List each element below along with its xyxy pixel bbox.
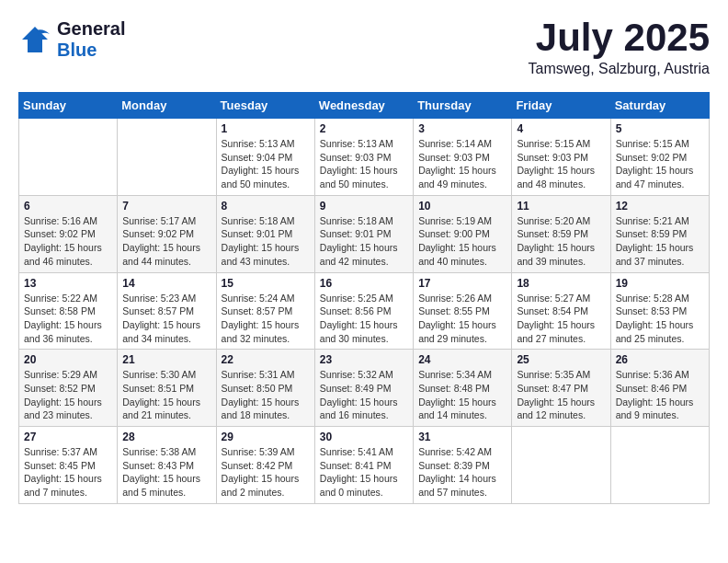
page-header: General Blue July 2025 Tamsweg, Salzburg… <box>18 18 710 77</box>
day-content: Sunrise: 5:26 AM Sunset: 8:55 PM Dayligh… <box>418 292 506 346</box>
calendar-table: SundayMondayTuesdayWednesdayThursdayFrid… <box>18 92 710 504</box>
weekday-header: Sunday <box>19 93 118 119</box>
calendar-cell: 6Sunrise: 5:16 AM Sunset: 9:02 PM Daylig… <box>19 195 118 272</box>
calendar-cell: 14Sunrise: 5:23 AM Sunset: 8:57 PM Dayli… <box>118 272 216 350</box>
calendar-cell: 17Sunrise: 5:26 AM Sunset: 8:55 PM Dayli… <box>414 272 512 350</box>
calendar-cell: 7Sunrise: 5:17 AM Sunset: 9:02 PM Daylig… <box>118 195 216 272</box>
calendar-week-row: 20Sunrise: 5:29 AM Sunset: 8:52 PM Dayli… <box>19 350 710 427</box>
calendar-cell <box>610 427 709 504</box>
day-number: 29 <box>222 431 310 443</box>
calendar-cell: 11Sunrise: 5:20 AM Sunset: 8:59 PM Dayli… <box>512 195 610 272</box>
day-number: 12 <box>616 200 704 213</box>
title-block: July 2025 Tamsweg, Salzburg, Austria <box>529 18 710 77</box>
day-number: 8 <box>222 200 310 213</box>
calendar-cell: 20Sunrise: 5:29 AM Sunset: 8:52 PM Dayli… <box>19 350 118 427</box>
day-content: Sunrise: 5:42 AM Sunset: 8:39 PM Dayligh… <box>418 445 506 500</box>
day-content: Sunrise: 5:23 AM Sunset: 8:57 PM Dayligh… <box>122 292 210 346</box>
calendar-cell: 4Sunrise: 5:15 AM Sunset: 9:03 PM Daylig… <box>512 119 610 196</box>
logo-icon <box>18 23 51 56</box>
day-content: Sunrise: 5:20 AM Sunset: 8:59 PM Dayligh… <box>517 214 605 269</box>
calendar-week-row: 1Sunrise: 5:13 AM Sunset: 9:04 PM Daylig… <box>19 119 710 196</box>
calendar-week-row: 27Sunrise: 5:37 AM Sunset: 8:45 PM Dayli… <box>19 427 710 504</box>
day-content: Sunrise: 5:25 AM Sunset: 8:56 PM Dayligh… <box>320 292 408 346</box>
calendar-cell: 22Sunrise: 5:31 AM Sunset: 8:50 PM Dayli… <box>216 350 314 427</box>
day-content: Sunrise: 5:31 AM Sunset: 8:50 PM Dayligh… <box>222 368 310 422</box>
day-content: Sunrise: 5:21 AM Sunset: 8:59 PM Dayligh… <box>616 214 704 269</box>
day-content: Sunrise: 5:16 AM Sunset: 9:02 PM Dayligh… <box>24 214 112 269</box>
day-number: 17 <box>418 277 506 290</box>
calendar-cell: 29Sunrise: 5:39 AM Sunset: 8:42 PM Dayli… <box>216 427 314 504</box>
day-number: 15 <box>222 277 310 290</box>
day-content: Sunrise: 5:35 AM Sunset: 8:47 PM Dayligh… <box>517 368 605 422</box>
day-number: 28 <box>122 431 210 443</box>
calendar-cell <box>19 119 118 196</box>
day-number: 4 <box>517 122 605 135</box>
day-number: 26 <box>616 353 704 366</box>
calendar-cell: 19Sunrise: 5:28 AM Sunset: 8:53 PM Dayli… <box>610 272 709 350</box>
day-content: Sunrise: 5:34 AM Sunset: 8:48 PM Dayligh… <box>418 368 506 422</box>
calendar-cell: 21Sunrise: 5:30 AM Sunset: 8:51 PM Dayli… <box>118 350 216 427</box>
day-content: Sunrise: 5:29 AM Sunset: 8:52 PM Dayligh… <box>24 368 112 422</box>
calendar-cell: 1Sunrise: 5:13 AM Sunset: 9:04 PM Daylig… <box>216 119 314 196</box>
day-content: Sunrise: 5:27 AM Sunset: 8:54 PM Dayligh… <box>517 292 605 346</box>
day-number: 10 <box>418 200 506 213</box>
calendar-cell: 15Sunrise: 5:24 AM Sunset: 8:57 PM Dayli… <box>216 272 314 350</box>
day-content: Sunrise: 5:36 AM Sunset: 8:46 PM Dayligh… <box>616 368 704 422</box>
day-content: Sunrise: 5:24 AM Sunset: 8:57 PM Dayligh… <box>222 292 310 346</box>
day-content: Sunrise: 5:18 AM Sunset: 9:01 PM Dayligh… <box>222 214 310 269</box>
day-content: Sunrise: 5:13 AM Sunset: 9:04 PM Dayligh… <box>222 137 310 191</box>
logo: General Blue <box>18 18 125 61</box>
weekday-header: Friday <box>512 93 610 119</box>
day-number: 14 <box>122 277 210 290</box>
calendar-cell <box>118 119 216 196</box>
day-number: 1 <box>222 122 310 135</box>
calendar-cell: 28Sunrise: 5:38 AM Sunset: 8:43 PM Dayli… <box>118 427 216 504</box>
day-number: 3 <box>418 122 506 135</box>
day-content: Sunrise: 5:22 AM Sunset: 8:58 PM Dayligh… <box>24 292 112 346</box>
day-number: 22 <box>222 353 310 366</box>
day-number: 27 <box>24 431 112 443</box>
calendar-week-row: 6Sunrise: 5:16 AM Sunset: 9:02 PM Daylig… <box>19 195 710 272</box>
day-content: Sunrise: 5:15 AM Sunset: 9:02 PM Dayligh… <box>616 137 704 191</box>
day-content: Sunrise: 5:14 AM Sunset: 9:03 PM Dayligh… <box>418 137 506 191</box>
day-number: 5 <box>616 122 704 135</box>
calendar-cell: 27Sunrise: 5:37 AM Sunset: 8:45 PM Dayli… <box>19 427 118 504</box>
location-text: Tamsweg, Salzburg, Austria <box>529 61 710 77</box>
day-content: Sunrise: 5:15 AM Sunset: 9:03 PM Dayligh… <box>517 137 605 191</box>
day-number: 19 <box>616 277 704 290</box>
calendar-cell: 13Sunrise: 5:22 AM Sunset: 8:58 PM Dayli… <box>19 272 118 350</box>
calendar-cell: 24Sunrise: 5:34 AM Sunset: 8:48 PM Dayli… <box>414 350 512 427</box>
weekday-header: Saturday <box>610 93 709 119</box>
day-content: Sunrise: 5:30 AM Sunset: 8:51 PM Dayligh… <box>122 368 210 422</box>
weekday-header: Tuesday <box>216 93 314 119</box>
day-content: Sunrise: 5:28 AM Sunset: 8:53 PM Dayligh… <box>616 292 704 346</box>
day-content: Sunrise: 5:17 AM Sunset: 9:02 PM Dayligh… <box>122 214 210 269</box>
calendar-cell: 26Sunrise: 5:36 AM Sunset: 8:46 PM Dayli… <box>610 350 709 427</box>
calendar-cell: 3Sunrise: 5:14 AM Sunset: 9:03 PM Daylig… <box>414 119 512 196</box>
calendar-cell: 12Sunrise: 5:21 AM Sunset: 8:59 PM Dayli… <box>610 195 709 272</box>
day-content: Sunrise: 5:41 AM Sunset: 8:41 PM Dayligh… <box>320 445 408 500</box>
calendar-cell: 5Sunrise: 5:15 AM Sunset: 9:02 PM Daylig… <box>610 119 709 196</box>
day-number: 20 <box>24 353 112 366</box>
calendar-cell: 9Sunrise: 5:18 AM Sunset: 9:01 PM Daylig… <box>314 195 413 272</box>
day-content: Sunrise: 5:39 AM Sunset: 8:42 PM Dayligh… <box>222 445 310 500</box>
day-content: Sunrise: 5:18 AM Sunset: 9:01 PM Dayligh… <box>320 214 408 269</box>
day-number: 11 <box>517 200 605 213</box>
day-content: Sunrise: 5:37 AM Sunset: 8:45 PM Dayligh… <box>24 445 112 500</box>
weekday-header-row: SundayMondayTuesdayWednesdayThursdayFrid… <box>19 93 710 119</box>
day-number: 25 <box>517 353 605 366</box>
day-number: 23 <box>320 353 408 366</box>
month-year-title: July 2025 <box>529 18 710 57</box>
weekday-header: Thursday <box>414 93 512 119</box>
day-number: 30 <box>320 431 408 443</box>
calendar-week-row: 13Sunrise: 5:22 AM Sunset: 8:58 PM Dayli… <box>19 272 710 350</box>
calendar-cell: 25Sunrise: 5:35 AM Sunset: 8:47 PM Dayli… <box>512 350 610 427</box>
day-content: Sunrise: 5:19 AM Sunset: 9:00 PM Dayligh… <box>418 214 506 269</box>
day-number: 24 <box>418 353 506 366</box>
day-number: 6 <box>24 200 112 213</box>
calendar-cell <box>512 427 610 504</box>
calendar-cell: 30Sunrise: 5:41 AM Sunset: 8:41 PM Dayli… <box>314 427 413 504</box>
day-number: 2 <box>320 122 408 135</box>
weekday-header: Wednesday <box>314 93 413 119</box>
day-number: 31 <box>418 431 506 443</box>
